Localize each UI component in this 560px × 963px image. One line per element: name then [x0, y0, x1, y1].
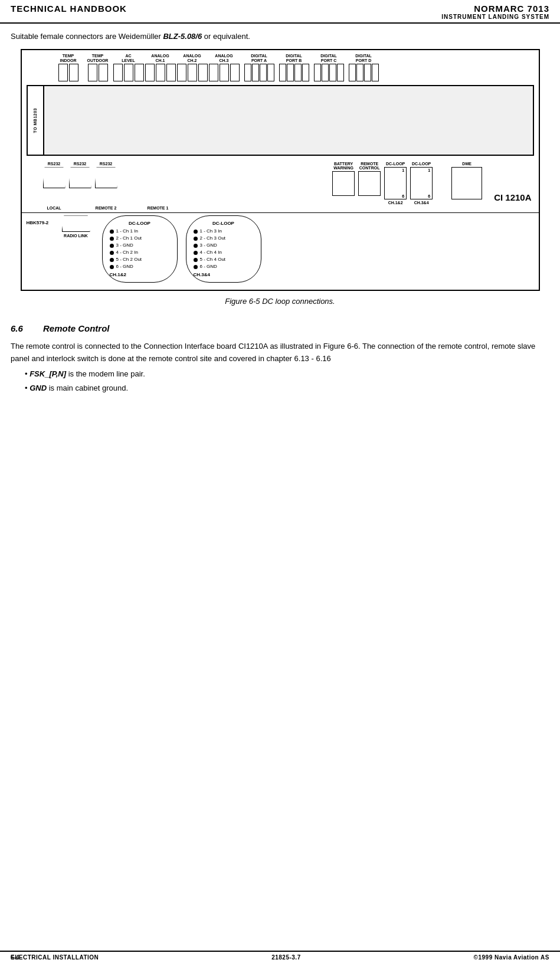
dc-loop-ch12-title: DC-LOOP — [110, 221, 170, 226]
connector-analog-ch1: ANALOGCH.1 — [145, 54, 176, 81]
connector-analog-ch2: ANALOGCH.2 — [177, 54, 208, 81]
radio-link-block: RADIO LINK — [62, 215, 90, 238]
connector-analog-ch3: ANALOGCH.3 — [209, 54, 240, 81]
header-right: NORMARC 7013 INSTRUMENT LANDING SYSTEM — [441, 4, 549, 20]
connector-rs232-2: RS232 — [69, 162, 91, 188]
dc-loop-ch34-row-5: 5 - Ch 4 Out — [194, 256, 254, 263]
footer-left: ELECTRICAL INSTALLATION — [11, 954, 99, 961]
main-content: Suitable female connectors are Weidemüll… — [0, 24, 560, 402]
diagram-box: TEMPINDOOR TEMPOUTDOOR ACLEVEL — [21, 49, 540, 291]
dc-loop-ch34-detail: DC-LOOP 1 - Ch 3 In 2 - Ch 3 Out 3 - GND — [186, 215, 261, 283]
dc-loop-ch12-footer: CH.1&2 — [110, 272, 170, 277]
body-paragraph-1: The remote control is connected to the C… — [11, 340, 549, 364]
page-header: TECHNICAL HANDBOOK NORMARC 7013 INSTRUME… — [0, 0, 560, 24]
section-heading: 6.6 Remote Control — [11, 323, 549, 333]
connector-temp-outdoor: TEMPOUTDOOR — [84, 54, 112, 81]
dc-loop-ch12-row-6: 6 - GND — [110, 263, 170, 270]
dc-loop-ch12-row-1: 1 - Ch 1 In — [110, 228, 170, 235]
section-title: Remote Control — [43, 323, 110, 333]
header-title-right: NORMARC 7013 — [441, 4, 549, 14]
connector-battery-warning: BATTERYWARNING — [332, 162, 355, 196]
bottom-names-row: LOCAL REMOTE 2 REMOTE 1 — [22, 206, 539, 212]
dc-loop-ch12-row-5: 5 - Ch 2 Out — [110, 256, 170, 263]
bottom-connectors-row: RS232 RS232 RS232 BATTERYWARNING REMOTEC… — [22, 159, 539, 206]
connector-remote-control: REMOTECONTROL — [358, 162, 381, 196]
connector-rs232-1: RS232 — [43, 162, 66, 188]
dc-loop-ch12-row-2: 2 - Ch 1 Out — [110, 235, 170, 242]
dc-loop-ch34-row-1: 1 - Ch 3 In — [194, 228, 254, 235]
footer-center: 21825-3.7 — [271, 954, 301, 961]
label-remote2: REMOTE 2 — [95, 206, 117, 210]
connector-digital-portd: DIGITALPORT D — [349, 54, 379, 81]
bullet-2: • GND is main cabinet ground. — [25, 382, 549, 394]
ci-label: CI 1210A — [494, 192, 531, 202]
dc-loop-ch34-row-6: 6 - GND — [194, 263, 254, 270]
intro-text: Suitable female connectors are Weidemüll… — [11, 32, 549, 41]
label-local: LOCAL — [43, 206, 66, 210]
connector-digital-porta: DIGITALPORT A — [244, 54, 274, 81]
connector-dme: DME — [451, 162, 482, 199]
top-connectors-row: TEMPINDOOR TEMPOUTDOOR ACLEVEL — [22, 50, 539, 81]
label-remote1: REMOTE 1 — [147, 206, 169, 210]
bottom-detail-row: HBK579-2 RADIO LINK DC-LOOP 1 - Ch 1 In — [22, 212, 539, 290]
figure-caption: Figure 6-5 DC loop connections. — [11, 297, 549, 306]
page-footer: ELECTRICAL INSTALLATION 21825-3.7 ©1999 … — [0, 951, 560, 963]
connector-digital-portc: DIGITALPORT C — [314, 54, 344, 81]
connector-temp-indoor: TEMPINDOOR — [54, 54, 83, 81]
page-number: 6-4 — [11, 954, 19, 961]
dc-loop-ch34-row-2: 2 - Ch 3 Out — [194, 235, 254, 242]
section-number: 6.6 — [11, 323, 23, 333]
bullet-1: • FSK_[P,N] is the modem line pair. — [25, 368, 549, 380]
dc-loop-ch34-title: DC-LOOP — [194, 221, 254, 226]
dc-loop-ch12-row-3: 3 - GND — [110, 242, 170, 249]
dc-loop-ch34-footer: CH.3&4 — [194, 272, 254, 277]
dc-loop-ch12-detail: DC-LOOP 1 - Ch 1 In 2 - Ch 1 Out 3 - GND — [102, 215, 178, 283]
connector-digital-portb: DIGITALPORT B — [279, 54, 309, 81]
dc-loop-block-2: DC-LOOP 1 6 CH.3&4 — [410, 162, 433, 205]
footer-right: ©1999 Navia Aviation AS — [474, 954, 549, 961]
radio-link-label: RADIO LINK — [64, 234, 88, 238]
connector-ac-level: ACLEVEL — [113, 54, 144, 81]
header-subtitle-right: INSTRUMENT LANDING SYSTEM — [441, 14, 549, 20]
dc-loop-ch34-row-4: 4 - Ch 4 In — [194, 249, 254, 256]
dc-loop-ch34-row-3: 3 - GND — [194, 242, 254, 249]
dc-loop-ch12-row-4: 4 - Ch 2 In — [110, 249, 170, 256]
inner-panel-label: TO MB1203 — [33, 108, 37, 133]
connector-rs232-3: RS232 — [95, 162, 117, 188]
hbk-label: HBK579-2 — [27, 220, 57, 225]
header-title-left: TECHNICAL HANDBOOK — [11, 4, 127, 14]
dc-loop-block-1: DC-LOOP 1 6 CH.1&2 — [384, 162, 407, 205]
dc-loop-details: DC-LOOP 1 - Ch 1 In 2 - Ch 1 Out 3 - GND — [102, 215, 261, 283]
